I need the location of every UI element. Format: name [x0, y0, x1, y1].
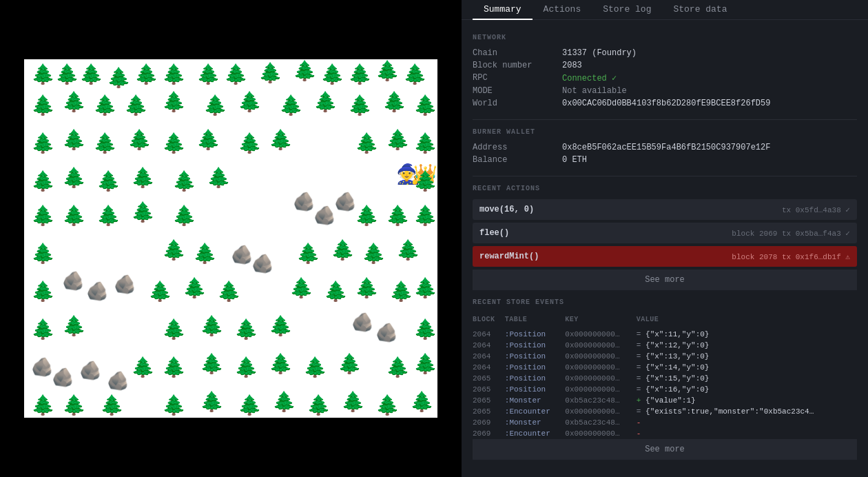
network-mode-label: MODE — [473, 86, 562, 96]
store-event-row: 2065 :Encounter 0x000000000… = {"exists"… — [473, 406, 857, 417]
game-grid: 🌲 🌲 🌲 🌲 🌲 🌲 🌲 🌲 🌲 🌲 🌲 🌲 🌲 🌲 🌲 🌲 🌲 🌲 🌲 🌲 … — [24, 59, 437, 418]
network-info-table: Chain 31337 (Foundry) Block number 2083 … — [473, 48, 857, 108]
action-row-1: flee() block 2069 tx 0x5ba…f4a3 ✓ — [473, 223, 857, 243]
wallet-address-label: Address — [473, 143, 562, 152]
store-event-table: :Position — [505, 362, 566, 373]
store-event-key: 0xb5ac23c48… — [565, 395, 637, 406]
network-mode-row: MODE Not available — [473, 86, 857, 96]
store-event-row: 2065 :Monster 0xb5ac23c48… + {"value":1} — [473, 395, 857, 406]
network-rpc-label: RPC — [473, 73, 562, 83]
store-event-key: 0x000000000… — [565, 362, 637, 373]
store-event-value: = {"exists":true,"monster":"0xb5ac23c4… — [637, 406, 857, 417]
store-event-value: = {"x":12,"y":0} — [637, 340, 857, 351]
store-event-row: 2069 :Encounter 0x000000000… - — [473, 428, 857, 439]
store-event-block: 2065 — [473, 406, 505, 417]
action-name-0: move(16, 0) — [479, 205, 534, 214]
store-event-table: :Encounter — [505, 406, 566, 417]
store-event-block: 2065 — [473, 373, 505, 384]
action-meta-0: tx 0x5fd…4a38 ✓ — [782, 205, 850, 214]
network-rpc-row: RPC Connected ✓ — [473, 73, 857, 83]
store-event-key: 0x000000000… — [565, 329, 637, 340]
burner-wallet-table: Address 0x8ceB5F062acEE15B59Fa4B6fB2150C… — [473, 143, 857, 165]
store-event-value: = {"x":16,"y":0} — [637, 384, 857, 395]
network-section-label: NETWORK — [473, 34, 857, 41]
store-event-row: 2065 :Position 0x000000000… = {"x":15,"y… — [473, 373, 857, 384]
tab-store-log[interactable]: Store log — [592, 0, 662, 20]
wallet-balance-value: 0 ETH — [562, 155, 587, 165]
action-meta-2: block 2078 tx 0x1f6…db1f ⚠ — [732, 252, 850, 261]
burner-wallet-section-label: BURNER WALLET — [473, 128, 857, 136]
store-event-block: 2064 — [473, 329, 505, 340]
store-event-row: 2064 :Position 0x000000000… = {"x":13,"y… — [473, 351, 857, 362]
col-table: TABLE — [505, 313, 566, 329]
col-block: BLOCK — [473, 313, 505, 329]
store-event-block: 2064 — [473, 362, 505, 373]
store-event-key: 0x000000000… — [565, 406, 637, 417]
network-block-label: Block number — [473, 61, 562, 70]
store-event-value: + {"value":1} — [637, 395, 857, 406]
store-event-table: :Position — [505, 351, 566, 362]
divider-2 — [473, 176, 857, 176]
tab-actions[interactable]: Actions — [533, 0, 592, 20]
store-event-value: - — [637, 417, 857, 428]
network-world-value: 0x00CAC06Dd0BB4103f8b62D280fE9BCEE8f26fD… — [562, 99, 770, 108]
store-event-value: - — [637, 428, 857, 439]
action-row-0: move(16, 0) tx 0x5fd…4a38 ✓ — [473, 199, 857, 220]
col-key: KEY — [565, 313, 637, 329]
network-mode-value: Not available — [562, 86, 627, 96]
store-event-table: :Position — [505, 340, 566, 351]
store-event-table: :Position — [505, 384, 566, 395]
action-name-1: flee() — [479, 228, 509, 238]
network-rpc-value: Connected ✓ — [562, 73, 617, 83]
store-event-block: 2069 — [473, 417, 505, 428]
panel-content: NETWORK Chain 31337 (Foundry) Block numb… — [462, 20, 868, 477]
store-event-value: = {"x":15,"y":0} — [637, 373, 857, 384]
store-event-value: = {"x":13,"y":0} — [637, 351, 857, 362]
wallet-address-value: 0x8ceB5F062acEE15B59Fa4B6fB2150C937907e1… — [562, 143, 770, 152]
store-event-row: 2064 :Position 0x000000000… = {"x":11,"y… — [473, 329, 857, 340]
store-event-key: 0x000000000… — [565, 384, 637, 395]
store-event-key: 0x000000000… — [565, 428, 637, 439]
network-block-row: Block number 2083 — [473, 61, 857, 70]
recent-actions-label: RECENT ACTIONS — [473, 185, 857, 192]
actions-see-more-button[interactable]: See more — [473, 270, 857, 290]
action-meta-1: block 2069 tx 0x5ba…f4a3 ✓ — [732, 229, 850, 238]
network-chain-value: 31337 (Foundry) — [562, 48, 637, 58]
tab-bar: Summary Actions Store log Store data — [462, 0, 868, 20]
store-event-value: = {"x":14,"y":0} — [637, 362, 857, 373]
store-event-table: :Encounter — [505, 428, 566, 439]
tab-store-data[interactable]: Store data — [662, 0, 738, 20]
col-value: VALUE — [637, 313, 857, 329]
store-event-block: 2064 — [473, 351, 505, 362]
store-events-see-more-button[interactable]: See more — [473, 439, 857, 460]
store-events-table: BLOCK TABLE KEY VALUE 2064 :Position 0x0… — [473, 313, 857, 439]
wallet-balance-row: Balance 0 ETH — [473, 155, 857, 165]
network-world-row: World 0x00CAC06Dd0BB4103f8b62D280fE9BCEE… — [473, 99, 857, 108]
store-event-key: 0x000000000… — [565, 373, 637, 384]
wallet-address-row: Address 0x8ceB5F062acEE15B59Fa4B6fB2150C… — [473, 143, 857, 152]
divider-1 — [473, 119, 857, 120]
store-event-table: :Position — [505, 329, 566, 340]
store-event-table: :Monster — [505, 395, 566, 406]
store-event-block: 2065 — [473, 384, 505, 395]
network-block-value: 2083 — [562, 61, 582, 70]
network-world-label: World — [473, 99, 562, 108]
network-chain-row: Chain 31337 (Foundry) — [473, 48, 857, 58]
store-event-row: 2064 :Position 0x000000000… = {"x":14,"y… — [473, 362, 857, 373]
network-chain-label: Chain — [473, 48, 562, 58]
action-row-2: rewardMint() block 2078 tx 0x1f6…db1f ⚠ — [473, 246, 857, 267]
recent-store-events-label: RECENT STORE EVENTS — [473, 298, 857, 306]
store-event-key: 0x000000000… — [565, 351, 637, 362]
store-event-value: = {"x":11,"y":0} — [637, 329, 857, 340]
wallet-balance-label: Balance — [473, 155, 562, 165]
game-canvas: 🌲 🌲 🌲 🌲 🌲 🌲 🌲 🌲 🌲 🌲 🌲 🌲 🌲 🌲 🌲 🌲 🌲 🌲 🌲 🌲 … — [24, 59, 437, 418]
action-name-2: rewardMint() — [479, 252, 539, 261]
store-event-table: :Monster — [505, 417, 566, 428]
store-event-key: 0xb5ac23c48… — [565, 417, 637, 428]
tab-summary[interactable]: Summary — [473, 0, 533, 20]
store-event-row: 2065 :Position 0x000000000… = {"x":16,"y… — [473, 384, 857, 395]
store-event-block: 2064 — [473, 340, 505, 351]
store-event-block: 2069 — [473, 428, 505, 439]
store-event-table: :Position — [505, 373, 566, 384]
store-event-row: 2069 :Monster 0xb5ac23c48… - — [473, 417, 857, 428]
